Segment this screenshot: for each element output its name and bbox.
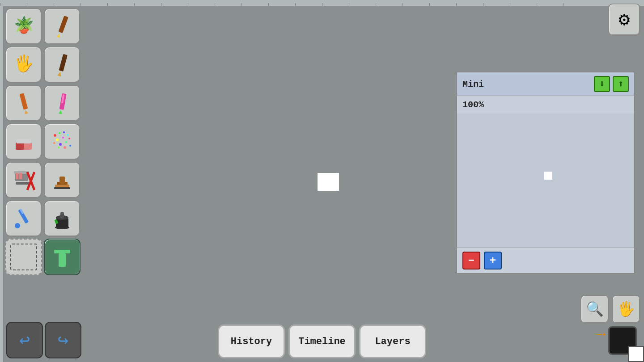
mini-minus-button[interactable]: − <box>462 252 480 269</box>
redo-icon: ↪ <box>58 329 68 351</box>
eraser-button[interactable] <box>5 123 42 160</box>
pen-brown-button[interactable] <box>44 8 80 45</box>
select-tool-inner <box>10 244 37 270</box>
svg-point-18 <box>53 142 55 144</box>
ink-pot-button[interactable] <box>44 200 80 237</box>
mini-panel-footer: − + <box>457 248 634 273</box>
svg-point-12 <box>54 134 56 137</box>
zoom-icon: 🔍 <box>586 300 604 318</box>
svg-point-19 <box>59 143 62 146</box>
history-tab-label: History <box>231 336 272 347</box>
svg-rect-29 <box>16 182 29 185</box>
stamp-icon <box>51 168 74 192</box>
timeline-tab-label: Timeline <box>298 336 346 347</box>
mini-panel-header: Mini ⬇ ⬆ <box>457 72 634 96</box>
undo-button[interactable]: ↩ <box>6 322 43 358</box>
tool-row-4 <box>5 123 89 160</box>
svg-point-24 <box>69 145 71 147</box>
plant-tool-button[interactable]: 🪴 <box>5 8 42 45</box>
svg-rect-11 <box>17 139 31 143</box>
redo-button[interactable]: ↪ <box>45 322 81 358</box>
minus-icon: − <box>468 255 475 267</box>
svg-point-14 <box>63 131 65 133</box>
svg-rect-35 <box>54 187 70 189</box>
color-swatch-container[interactable] <box>608 326 640 358</box>
svg-rect-27 <box>16 173 18 179</box>
ruler-top <box>0 0 644 6</box>
mini-upload-button[interactable]: ⬆ <box>613 76 629 92</box>
tool-row-3 <box>5 85 89 122</box>
svg-point-37 <box>15 223 20 228</box>
plant-icon: 🪴 <box>14 18 34 34</box>
svg-rect-33 <box>59 177 65 184</box>
ink-pot-icon <box>51 207 74 230</box>
eraser-icon <box>12 130 35 153</box>
svg-rect-4 <box>19 93 28 109</box>
spray-icon <box>51 129 74 155</box>
spray-button[interactable] <box>44 123 80 160</box>
text-tool-button[interactable] <box>44 239 80 275</box>
mini-canvas-rect <box>544 172 552 180</box>
pencil-dark-icon <box>51 53 74 76</box>
color-swatch-white <box>628 346 644 362</box>
svg-point-16 <box>62 137 64 139</box>
svg-point-22 <box>58 147 59 148</box>
svg-rect-36 <box>18 209 29 223</box>
pencil-dark-button[interactable] <box>44 46 80 83</box>
pen-brown-icon <box>51 15 74 38</box>
pen-orange-button[interactable] <box>5 85 42 122</box>
mini-panel-title: Mini <box>462 79 484 89</box>
svg-rect-2 <box>59 54 68 72</box>
svg-point-21 <box>68 138 70 139</box>
zoom-button[interactable]: 🔍 <box>580 295 609 324</box>
forward-arrow-icon: → <box>597 326 606 358</box>
gear-icon: ⚙️ <box>619 8 630 31</box>
hand-icon: 🖐️ <box>14 57 34 73</box>
stamp-erase-button[interactable] <box>5 162 42 198</box>
undo-redo-group: ↩ ↪ <box>6 322 81 358</box>
undo-icon: ↩ <box>19 329 30 351</box>
mini-panel-buttons: ⬇ ⬆ <box>594 76 629 92</box>
bottom-tab-group: History Timeline Layers <box>218 324 426 358</box>
pen-rainbow-button[interactable] <box>44 85 80 122</box>
svg-marker-8 <box>59 110 63 114</box>
eyedropper-button[interactable] <box>5 200 42 237</box>
pen-orange-icon <box>12 92 35 115</box>
layers-tab-label: Layers <box>375 336 410 347</box>
select-tool-button[interactable] <box>5 239 42 275</box>
hand-pan-icon: 🖐️ <box>617 300 635 318</box>
plus-icon: + <box>490 255 496 267</box>
bottom-right-row-2: → <box>580 326 640 358</box>
bottom-right-row-1: 🔍 🖐️ <box>580 295 640 324</box>
tool-row-1: 🪴 <box>5 8 89 45</box>
ruler-left <box>0 6 4 362</box>
mini-download-button[interactable]: ⬇ <box>594 76 610 92</box>
tool-row-5 <box>5 162 89 198</box>
mini-panel-zoom: 100% <box>457 96 634 114</box>
pen-rainbow-icon <box>51 92 74 115</box>
mini-panel-preview <box>457 114 634 248</box>
history-tab[interactable]: History <box>218 324 285 358</box>
upload-icon: ⬆ <box>618 78 623 90</box>
pan-button[interactable]: 🖐️ <box>612 295 640 324</box>
left-toolbar: 🪴 🖐️ <box>4 6 91 362</box>
layers-tab[interactable]: Layers <box>359 324 426 358</box>
bottom-right-tools: 🔍 🖐️ → <box>580 295 640 358</box>
svg-rect-28 <box>19 173 22 179</box>
mini-panel: Mini ⬇ ⬆ 100% − + <box>456 72 635 274</box>
svg-rect-45 <box>54 250 70 253</box>
text-icon <box>51 245 74 269</box>
svg-point-17 <box>67 134 68 136</box>
mini-plus-button[interactable]: + <box>484 252 502 269</box>
hand-tool-button[interactable]: 🖐️ <box>5 46 42 83</box>
tool-row-7 <box>5 239 89 275</box>
svg-rect-46 <box>59 253 66 267</box>
canvas-rect <box>318 173 339 191</box>
settings-button[interactable]: ⚙️ <box>608 4 640 36</box>
svg-rect-0 <box>58 16 68 33</box>
svg-point-15 <box>56 139 59 141</box>
svg-marker-3 <box>57 71 62 76</box>
stamp-button[interactable] <box>44 162 80 198</box>
tool-row-2: 🖐️ <box>5 46 89 83</box>
timeline-tab[interactable]: Timeline <box>288 324 356 358</box>
